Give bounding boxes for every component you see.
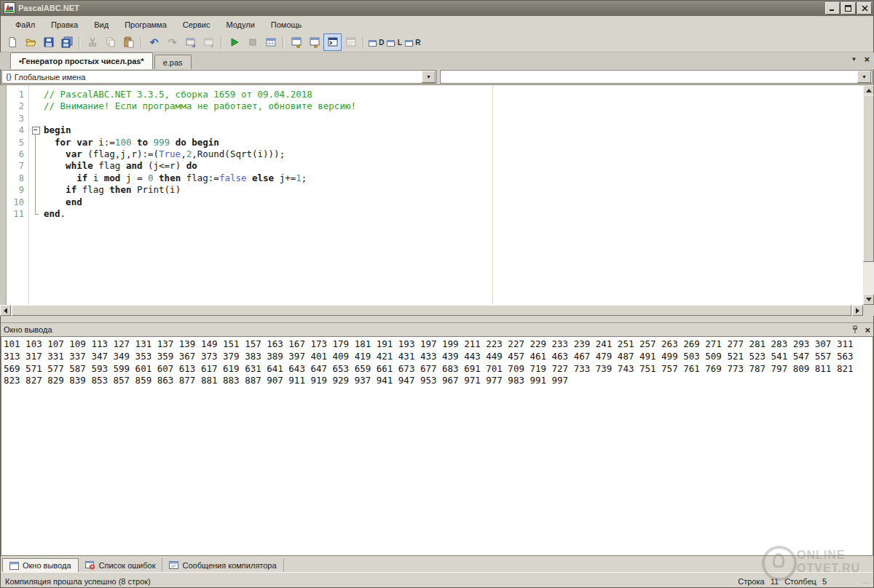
- console-toggle-button[interactable]: [323, 33, 342, 51]
- output-panel: Окно вывода × 101 103 107 109 113 127 13…: [0, 322, 874, 557]
- new-file-button[interactable]: [3, 33, 21, 51]
- nav-forward-button[interactable]: [200, 33, 218, 51]
- error-list-tab-icon: [85, 561, 95, 570]
- save-button[interactable]: [39, 33, 58, 51]
- code-navigation-bar: {} Глобальные имена ▼ ▼: [0, 69, 874, 84]
- code-line[interactable]: if i mod j = 0 then flag:=false else j+=…: [44, 172, 863, 184]
- editor-gutter: 1234567891011: [7, 85, 29, 305]
- line-number: 6: [7, 148, 28, 160]
- line-label: Строка: [738, 577, 764, 586]
- output-window-icon: [291, 36, 302, 48]
- tab-close-button[interactable]: ×: [864, 55, 870, 64]
- output-line: 823 827 829 839 853 857 859 863 877 881 …: [4, 375, 870, 387]
- scrollbar-corner: [863, 305, 874, 316]
- line-number: 5: [7, 137, 28, 148]
- code-editor[interactable]: 1234567891011 // PascalABC.NET 3.3.5, сб…: [0, 84, 874, 316]
- code-line[interactable]: for var i:=100 to 999 do begin: [44, 137, 863, 148]
- toolbar-separator: [141, 36, 142, 49]
- status-bar: Компиляция прошла успешно (8 строк) Стро…: [0, 572, 874, 588]
- red-arrow-icon: ↓: [412, 40, 415, 47]
- member-combobox-dropdown-button[interactable]: ▼: [857, 71, 871, 83]
- line-number: 10: [7, 196, 28, 208]
- code-line[interactable]: // Внимание! Если программа не работает,…: [44, 100, 863, 112]
- tab-label: e.pas: [163, 58, 183, 67]
- form-window-icon: [345, 36, 357, 48]
- run-icon: [229, 36, 240, 48]
- input-window-button[interactable]: [305, 33, 323, 51]
- insert-template-r-button[interactable]: ↓R: [403, 33, 422, 51]
- horizontal-scroll-thumb[interactable]: [12, 305, 851, 316]
- menu-item-Помощь[interactable]: Помощь: [263, 18, 310, 31]
- output-panel-header: Окно вывода ×: [0, 323, 874, 336]
- scope-combobox-dropdown-button[interactable]: ▼: [422, 71, 436, 83]
- grid-window-icon: [265, 36, 277, 48]
- form-window-button[interactable]: [342, 33, 360, 51]
- copy-button[interactable]: [101, 33, 119, 51]
- tab-label: •Генератор простых чисел.pas*: [19, 57, 144, 65]
- insert-template-d-button[interactable]: ↓D: [367, 33, 385, 51]
- pascalabc-window: { "window": { "title": "PascalABC.NET" }…: [0, 0, 874, 588]
- vertical-scroll-thumb[interactable]: [863, 95, 874, 262]
- menu-item-Модули[interactable]: Модули: [218, 18, 262, 31]
- undo-button[interactable]: ↶: [145, 33, 163, 51]
- tab-label: Сообщения компилятора: [182, 561, 276, 570]
- code-line[interactable]: end: [44, 196, 863, 208]
- paste-button[interactable]: [119, 33, 138, 51]
- tab-generator-prostyh-chisel[interactable]: •Генератор простых чисел.pas*: [10, 52, 153, 69]
- code-line[interactable]: while flag and (j<=r) do: [44, 160, 863, 172]
- tab-e-pas[interactable]: e.pas: [154, 55, 192, 69]
- tab-output-window[interactable]: Окно вывода: [2, 558, 79, 572]
- column-value: 5: [822, 577, 827, 586]
- run-button[interactable]: [225, 33, 243, 51]
- menu-item-Вид[interactable]: Вид: [86, 18, 117, 31]
- scope-combobox[interactable]: {} Глобальные имена ▼: [1, 70, 437, 84]
- code-line[interactable]: var (flag,j,r):=(True,2,Round(Sqrt(i)));: [44, 148, 863, 160]
- tab-error-list[interactable]: Список ошибок: [79, 558, 163, 572]
- debug-windows-button[interactable]: [261, 33, 280, 51]
- output-window-button[interactable]: [287, 33, 305, 51]
- tab-compiler-messages[interactable]: Сообщения компилятора: [162, 558, 283, 572]
- cut-button[interactable]: [83, 33, 101, 51]
- output-close-button[interactable]: ×: [865, 325, 870, 335]
- toolbar-separator: [221, 36, 222, 49]
- minimize-button[interactable]: [825, 2, 840, 15]
- menu-item-Файл[interactable]: Файл: [7, 18, 43, 31]
- tab-list-dropdown-button[interactable]: ▼: [851, 56, 857, 63]
- insert-template-l-button[interactable]: ↓L: [385, 33, 403, 51]
- menu-item-Правка[interactable]: Правка: [43, 18, 86, 31]
- code-line[interactable]: if flag then Print(i): [44, 184, 863, 196]
- stop-button[interactable]: [243, 33, 261, 51]
- code-line[interactable]: begin: [44, 124, 863, 136]
- output-line: 313 317 331 337 347 349 353 359 367 373 …: [4, 351, 870, 363]
- toolbar-separator: [283, 36, 284, 49]
- member-combobox[interactable]: ▼: [440, 70, 873, 84]
- caret-position: Строка 11 Столбец 5: [738, 577, 827, 586]
- tab-label: Окно вывода: [23, 561, 71, 570]
- nav-forward-icon: [203, 36, 215, 48]
- code-line[interactable]: end.: [44, 208, 863, 220]
- editor-output-splitter[interactable]: [0, 316, 874, 322]
- fold-collapse-icon[interactable]: [32, 127, 40, 135]
- redo-icon: ↷: [168, 37, 177, 47]
- redo-button[interactable]: ↷: [163, 33, 181, 51]
- code-line[interactable]: [44, 113, 863, 124]
- pin-icon[interactable]: [851, 325, 859, 334]
- editor-vertical-scrollbar[interactable]: [863, 85, 874, 305]
- scroll-down-button[interactable]: [863, 294, 874, 305]
- menu-item-Программа[interactable]: Программа: [117, 18, 175, 31]
- output-text[interactable]: 101 103 107 109 113 127 131 137 139 149 …: [1, 336, 873, 556]
- open-file-button[interactable]: [21, 33, 39, 51]
- code-line[interactable]: // PascalABC.NET 3.3.5, сборка 1659 от 0…: [44, 89, 863, 100]
- editor-horizontal-scrollbar[interactable]: [0, 305, 863, 316]
- menu-item-Сервис[interactable]: Сервис: [175, 18, 219, 31]
- nav-back-button[interactable]: [181, 33, 200, 51]
- nav-back-icon: [185, 36, 197, 48]
- scroll-right-button[interactable]: [852, 305, 863, 316]
- close-button[interactable]: [857, 2, 872, 15]
- letter-label: L: [398, 39, 402, 47]
- editor-code[interactable]: // PascalABC.NET 3.3.5, сборка 1659 от 0…: [42, 85, 863, 305]
- save-all-button[interactable]: [58, 33, 76, 51]
- letter-label: D: [379, 39, 384, 47]
- maximize-button[interactable]: [841, 2, 856, 15]
- scroll-left-button[interactable]: [0, 305, 11, 316]
